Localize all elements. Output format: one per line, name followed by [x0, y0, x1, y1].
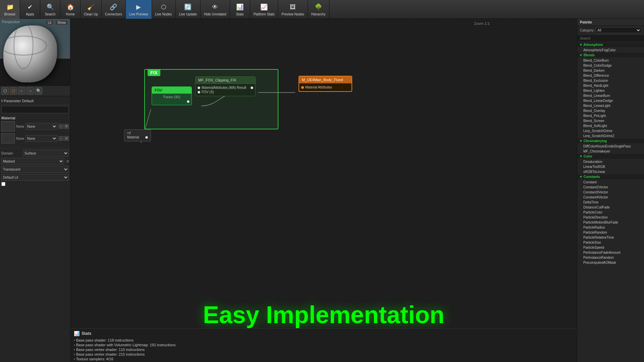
domain-select[interactable]: Surface — [23, 150, 69, 157]
param-arrow-reload-2[interactable]: ↺ — [64, 136, 69, 141]
palette-item[interactable]: Desaturation — [577, 159, 644, 164]
group-box-fix: FIX FOV Param (90) MF_FOV_Clipping_FIX — [144, 69, 278, 129]
canvas-area[interactable]: Zoom 1:1 nd Material F — [70, 19, 577, 362]
param-arrow-left-1[interactable]: ← — [59, 124, 63, 129]
palette-item[interactable]: Blend_Exclusion — [577, 78, 644, 83]
toolbar-item-stats[interactable]: 📊 Stats — [230, 0, 250, 19]
left-node-pin-dot — [145, 136, 148, 139]
palette-item[interactable]: Constant4Vector — [577, 195, 644, 200]
toolbar-item-connectors[interactable]: 🔗 Connectors — [102, 0, 126, 19]
palette-section-atmosphere[interactable]: ▼ Atmosphere — [577, 42, 644, 48]
prop-checkbox[interactable] — [1, 182, 5, 186]
palette-item[interactable]: Lerp_ScratchGrime2 — [577, 133, 644, 138]
palette-section-constants[interactable]: ▼ Constants — [577, 174, 644, 180]
tb-icon-5[interactable]: 🔍 — [35, 87, 42, 95]
palette-item[interactable]: Blend_LinearDodge — [577, 98, 644, 103]
palette-item[interactable]: Blend_LinearLight — [577, 103, 644, 108]
palette-item[interactable]: ParticleRadius — [577, 225, 644, 230]
toolbar-item-platformstats[interactable]: 📈 Platform Stats — [250, 0, 278, 19]
toolbar-item-previewnodes[interactable]: 🖼 Preview Nodes — [278, 0, 308, 19]
palette-item[interactable]: LinearTosRGB — [577, 164, 644, 169]
palette-item[interactable]: Constant2Vector — [577, 185, 644, 190]
mf-pin-1-label: MaterialAttributes (MA) Result — [202, 86, 246, 89]
node-mf[interactable]: MF_FOV_Clipping_FIX MaterialAttributes (… — [195, 76, 256, 96]
hierarchy-label: Hierarchy — [311, 12, 326, 16]
palette-category-select[interactable]: All — [596, 27, 641, 33]
tb-icon-2[interactable]: ⬡ — [10, 87, 17, 95]
palette-item[interactable]: Blend_Lighten — [577, 88, 644, 93]
liveupdate-icon: 🔄 — [183, 2, 193, 12]
tb-icon-4[interactable]: → — [26, 87, 34, 95]
toolbar-item-apply[interactable]: ✔ Apply — [20, 0, 40, 19]
lighting-select[interactable]: Translucent — [1, 166, 69, 173]
param-arrow-reload-1[interactable]: ↺ — [64, 124, 69, 129]
palette-item[interactable]: Constant — [577, 180, 644, 185]
tb-icon-1[interactable]: ⬡ — [1, 87, 9, 95]
palette-item[interactable]: MF_Chromakeyer — [577, 149, 644, 154]
search-icon: 🔍 — [46, 2, 55, 12]
palette-item[interactable]: Blend_HardLight — [577, 83, 644, 88]
lit-button[interactable]: Lit — [45, 20, 54, 25]
palette-item[interactable]: ParticleSpeed — [577, 245, 644, 250]
palette-item[interactable]: ParticleRelativeTime — [577, 235, 644, 240]
palette-item[interactable]: ParticleRandom — [577, 230, 644, 235]
connectors-label: Connectors — [105, 12, 122, 16]
toolbar-item-hierarchy[interactable]: 🌳 Hierarchy — [308, 0, 329, 19]
palette-item[interactable]: Blend_Darken — [577, 68, 644, 73]
toolbar-item-browse[interactable]: 📁 Browse — [0, 0, 20, 19]
param-arrow-left-2[interactable]: ← — [59, 136, 63, 141]
blend-select[interactable]: Masked — [1, 158, 64, 165]
palette-item[interactable]: ParticleDirection — [577, 215, 644, 220]
palette-item[interactable]: PerInstanceFadeAmount — [577, 250, 644, 255]
palette-item[interactable]: DiffColorKeyerErodeSinglePass — [577, 144, 644, 149]
palette-search[interactable] — [577, 35, 644, 42]
palette-category-row: Category: All — [577, 26, 644, 35]
node-ue4[interactable]: M_UE4Man_Body_Fixed Material Attributes — [299, 76, 352, 92]
palette-item[interactable]: Blend_Screen — [577, 118, 644, 123]
main-layout: Perspective Lit Show ⬡ ⬡ ← → 🔍 ℹ Paramet… — [0, 19, 644, 362]
palette-item[interactable]: ParticleColor — [577, 210, 644, 215]
palette-item[interactable]: Lerp_ScratchGrime — [577, 128, 644, 133]
palette-item[interactable]: ParticleSize — [577, 240, 644, 245]
tb-icon-3[interactable]: ← — [18, 87, 25, 95]
palette-section-chromakeying[interactable]: ▼ Chromakeying — [577, 138, 644, 144]
toolbar-item-livepreview[interactable]: ▶ Live Preview — [126, 0, 152, 19]
palette-item[interactable]: Blend_LinearBurn — [577, 93, 644, 98]
palette-item[interactable]: Blend_Overlay — [577, 108, 644, 113]
toolbar-item-liveupdate[interactable]: 🔄 Live Update — [176, 0, 201, 19]
palette-section-blends[interactable]: ▼ Blends — [577, 53, 644, 58]
palette-item[interactable]: Blend_ColorBurn — [577, 58, 644, 63]
param-select-1[interactable]: None — [25, 123, 57, 130]
param-select-2[interactable]: None — [25, 135, 57, 142]
palette-item[interactable]: sRGBToLinear — [577, 169, 644, 174]
node-fov[interactable]: FOV Param (90) — [152, 86, 192, 105]
param-arrows-2: ← ↺ — [59, 136, 69, 141]
show-button[interactable]: Show — [55, 20, 68, 25]
domain-section: Domain Surface Masked ↺ Translucent Defa… — [0, 148, 70, 189]
color-swatch-1[interactable] — [1, 121, 15, 131]
toolbar-item-search[interactable]: 🔍 Search — [40, 0, 60, 19]
palette-item[interactable]: DistanceCullFade — [577, 205, 644, 210]
toolbar-item-livenodes[interactable]: ⬡ Live Nodes — [152, 0, 176, 19]
palette-item[interactable]: PrecomputedAOMask — [577, 260, 644, 265]
toolbar-item-hideunrelated[interactable]: 👁 Hide Unrelated — [201, 0, 230, 19]
palette-section-color[interactable]: ▼ Color — [577, 154, 644, 159]
shading-select[interactable]: Default Lit — [1, 174, 69, 181]
toolbar-item-home[interactable]: 🏠 Home — [60, 0, 80, 19]
domain-row: Domain Surface — [1, 150, 69, 157]
palette-item[interactable]: ParticleMotionBlurFade — [577, 220, 644, 225]
toolbar-item-cleanup[interactable]: 🧹 Clean Up — [80, 0, 102, 19]
palette-item[interactable]: DeltaTime — [577, 200, 644, 205]
palette-item[interactable]: AtmosphericFogColor — [577, 48, 644, 53]
palette-item[interactable]: Blend_SoftLight — [577, 123, 644, 128]
palette-item[interactable]: PerInstanceRandom — [577, 255, 644, 260]
palette-item[interactable]: Blend_PinLight — [577, 113, 644, 118]
color-swatch-2[interactable] — [1, 133, 15, 143]
palette-item[interactable]: Constant3Vector — [577, 190, 644, 195]
palette-item[interactable]: Blend_ColorDodge — [577, 63, 644, 68]
palette-item[interactable]: Blend_Difference — [577, 73, 644, 78]
blend-refresh-icon[interactable]: ↺ — [66, 160, 69, 163]
palette-category-label: Category: — [580, 28, 594, 32]
preview-viewport: Perspective Lit Show — [0, 19, 70, 86]
param-search[interactable] — [1, 106, 69, 113]
